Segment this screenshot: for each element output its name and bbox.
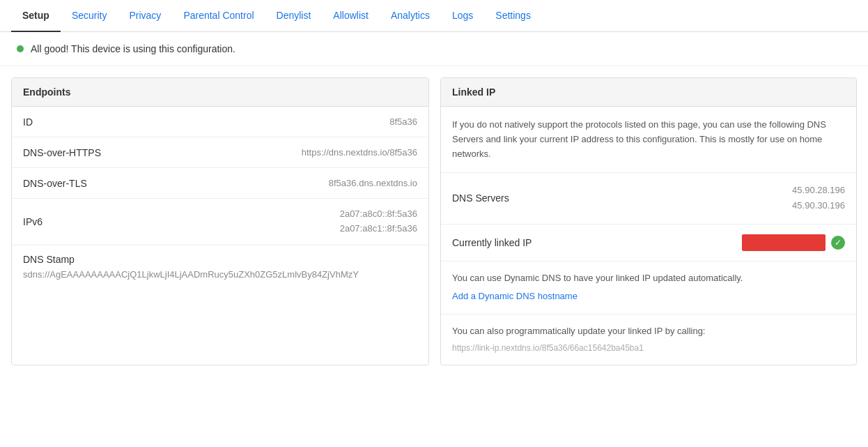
dynamic-dns-section: You can use Dynamic DNS to have your lin… <box>441 262 856 315</box>
dns-server-1: 45.90.28.196 <box>792 183 845 198</box>
endpoint-ipv6-value2: 2a07:a8c1::8f:5a36 <box>340 222 417 236</box>
endpoint-row-dot: DNS-over-TLS 8f5a36.dns.nextdns.io <box>12 168 428 199</box>
current-ip-label: Currently linked IP <box>452 237 532 248</box>
endpoint-dns-stamp-label: DNS Stamp <box>23 254 417 265</box>
tab-analytics[interactable]: Analytics <box>380 0 441 32</box>
dns-servers-row: DNS Servers 45.90.28.196 45.90.30.196 <box>441 173 856 224</box>
tab-security[interactable]: Security <box>61 0 118 32</box>
endpoint-row-ipv6: IPv6 2a07:a8c0::8f:5a36 2a07:a8c1::8f:5a… <box>12 199 428 245</box>
tab-logs[interactable]: Logs <box>441 0 484 32</box>
add-dynamic-dns-link[interactable]: Add a Dynamic DNS hostname <box>452 289 845 304</box>
tab-setup[interactable]: Setup <box>11 0 61 32</box>
status-bar: All good! This device is using this conf… <box>0 32 868 66</box>
tab-parental-control[interactable]: Parental Control <box>172 0 265 32</box>
tab-privacy[interactable]: Privacy <box>118 0 172 32</box>
endpoint-ipv6-value1: 2a07:a8c0::8f:5a36 <box>340 207 417 222</box>
endpoint-ipv6-label: IPv6 <box>23 216 42 227</box>
ip-redacted-bar <box>742 234 826 251</box>
endpoint-id-value: 8f5a36 <box>389 116 417 127</box>
tab-denylist[interactable]: Denylist <box>265 0 323 32</box>
dns-servers-values: 45.90.28.196 45.90.30.196 <box>792 183 845 213</box>
programmatic-text: You can also programmatically update you… <box>452 324 845 339</box>
endpoint-row-dns-stamp: DNS Stamp sdns://AgEAAAAAAAAACjQ1LjkwLjI… <box>12 245 428 290</box>
programmatic-section: You can also programmatically update you… <box>441 315 856 365</box>
endpoint-dot-value: 8f5a36.dns.nextdns.io <box>329 178 417 188</box>
endpoint-row-id: ID 8f5a36 <box>12 107 428 137</box>
dns-servers-label: DNS Servers <box>452 192 509 204</box>
dns-server-2: 45.90.30.196 <box>792 198 845 213</box>
endpoint-ipv6-value: 2a07:a8c0::8f:5a36 2a07:a8c1::8f:5a36 <box>340 207 417 236</box>
ip-check-icon: ✓ <box>831 236 845 250</box>
tab-navigation: Setup Security Privacy Parental Control … <box>0 0 868 32</box>
tab-settings[interactable]: Settings <box>484 0 542 32</box>
programmatic-url: https://link-ip.nextdns.io/8f5a36/66ac15… <box>452 342 845 355</box>
linked-ip-panel: Linked IP If you do not natively support… <box>440 77 857 365</box>
endpoints-panel: Endpoints ID 8f5a36 DNS-over-HTTPS https… <box>11 77 429 365</box>
main-content: Endpoints ID 8f5a36 DNS-over-HTTPS https… <box>0 66 868 377</box>
linked-ip-description: If you do not natively support the proto… <box>441 107 856 173</box>
endpoint-dot-label: DNS-over-TLS <box>23 178 87 189</box>
endpoint-id-label: ID <box>23 116 33 128</box>
endpoint-row-doh: DNS-over-HTTPS https://dns.nextdns.io/8f… <box>12 137 428 168</box>
current-ip-right: ✓ <box>742 234 845 251</box>
tab-allowlist[interactable]: Allowlist <box>322 0 380 32</box>
endpoints-header: Endpoints <box>12 78 428 107</box>
current-ip-row: Currently linked IP ✓ <box>441 225 856 262</box>
dynamic-dns-text: You can use Dynamic DNS to have your lin… <box>452 273 743 283</box>
endpoint-doh-label: DNS-over-HTTPS <box>23 147 101 158</box>
endpoint-doh-value: https://dns.nextdns.io/8f5a36 <box>302 147 417 158</box>
status-text: All good! This device is using this conf… <box>31 43 235 54</box>
endpoint-dns-stamp-value: sdns://AgEAAAAAAAAACjQ1LjkwLjI4LjAADmRuc… <box>23 268 417 282</box>
status-dot-green <box>17 45 24 52</box>
linked-ip-header: Linked IP <box>441 78 856 107</box>
